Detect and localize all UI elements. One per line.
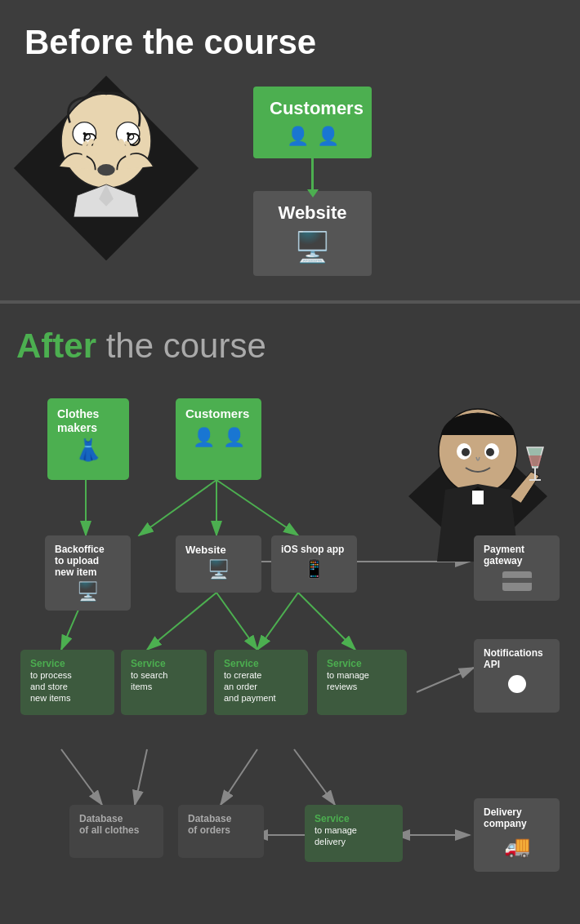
svg-line-17 (298, 593, 355, 650)
service-reviews-box: Service to managereviews (317, 650, 407, 715)
db-clothes-label: Databaseof all clothes (79, 813, 139, 836)
svg-point-31 (486, 448, 494, 456)
website-icon: 🖥️ (185, 559, 252, 580)
service-search-text: to searchitems (131, 670, 167, 691)
service-delivery-box: Service to managedelivery (305, 805, 403, 862)
svg-point-5 (97, 164, 114, 175)
dress-icon: 👗 (57, 438, 119, 463)
customer-icons: 👤 👤 (185, 427, 252, 448)
svg-line-14 (147, 593, 216, 650)
delivery-company-box: Deliverycompany 🚚 (474, 798, 560, 872)
service-reviews-text: to managereviews (327, 670, 369, 691)
clothes-makers-box: Clothesmakers 👗 (47, 398, 129, 480)
notif-icon (508, 675, 526, 693)
customers-box-after: Customers 👤 👤 (176, 398, 261, 480)
website-box-before: Website 🖥️ (253, 191, 372, 276)
db-clothes-box: Databaseof all clothes (69, 805, 163, 858)
db-orders-box: Databaseof orders (178, 805, 264, 858)
service-delivery-text: to managedelivery (315, 825, 357, 846)
after-section: After the course (0, 304, 580, 924)
after-diagram-container: Clothesmakers 👗 Customers 👤 👤 (16, 390, 564, 924)
svg-line-16 (257, 593, 298, 650)
service-create-box: Service to creratean orderand payment (214, 650, 308, 715)
svg-line-15 (216, 593, 257, 650)
truck-icon: 🚚 (484, 834, 550, 860)
svg-line-18 (417, 668, 474, 692)
after-light: the course (96, 327, 266, 365)
backoffice-icon: 🖥️ (55, 581, 121, 602)
service-process-text: to processand storenew items (30, 670, 72, 703)
payment-label: Paymentgateway (484, 544, 524, 566)
notifications-api-box: NotificationsAPI (474, 639, 560, 713)
notifications-label: NotificationsAPI (484, 647, 543, 670)
svg-line-22 (221, 749, 257, 805)
svg-line-20 (61, 749, 102, 805)
ios-label: iOS shop app (281, 544, 344, 555)
person-icon-2: 👤 (317, 126, 339, 147)
service-label-2: Service (131, 658, 197, 669)
ios-icon: 📱 (281, 558, 347, 580)
credit-card-icon (502, 571, 532, 591)
service-label-4: Service (327, 658, 397, 669)
website-box-after: Website 🖥️ (176, 535, 261, 593)
person-icon-1: 👤 (287, 126, 309, 147)
service-label-1: Service (30, 658, 105, 669)
customers-label: Customers (270, 98, 355, 119)
before-title: Before the course (25, 23, 555, 62)
svg-line-12 (216, 480, 298, 535)
before-content: Customers 👤 👤 Website 🖥️ (25, 78, 555, 276)
svg-line-21 (135, 749, 147, 805)
confused-face-svg (49, 87, 163, 217)
before-diagram: Customers 👤 👤 Website 🖥️ (253, 87, 372, 276)
backoffice-box: Backofficeto uploadnew item 🖥️ (45, 535, 131, 611)
before-section: Before the course (0, 0, 580, 304)
website-after-label: Website (185, 544, 226, 556)
customers-box-before: Customers 👤 👤 (253, 87, 372, 158)
cust-icon-2: 👤 (223, 427, 245, 448)
svg-point-29 (462, 448, 470, 456)
service-search-box: Service to searchitems (121, 650, 207, 715)
db-orders-label: Databaseof orders (188, 813, 231, 836)
service-label-3: Service (224, 658, 298, 669)
service-process-box: Service to processand storenew items (20, 650, 114, 715)
customers-after-label: Customers (185, 406, 249, 420)
service-create-text: to creratean orderand payment (224, 670, 276, 703)
backoffice-label: Backofficeto uploadnew item (55, 544, 105, 578)
svg-point-2 (83, 132, 87, 135)
delivery-label: Deliverycompany (484, 806, 527, 829)
arrow-customers-website (311, 158, 314, 191)
service-label-5: Service (315, 813, 393, 824)
svg-point-4 (127, 132, 130, 135)
monitor-icon: 🖥️ (270, 230, 355, 264)
payment-gateway-box: Paymentgateway (474, 535, 560, 601)
after-bold: After (16, 327, 96, 365)
cust-icon-1: 👤 (193, 427, 215, 448)
svg-line-10 (139, 480, 216, 535)
website-label: Website (270, 202, 355, 224)
person-icons: 👤 👤 (270, 126, 355, 147)
confused-guy-illustration (25, 78, 188, 258)
before-light: the course (133, 23, 316, 61)
svg-line-23 (294, 749, 335, 805)
ios-shop-box: iOS shop app 📱 (271, 535, 357, 593)
after-title: After the course (16, 327, 564, 366)
before-bold: Before (25, 23, 133, 61)
clothes-makers-label: Clothesmakers (57, 407, 99, 434)
